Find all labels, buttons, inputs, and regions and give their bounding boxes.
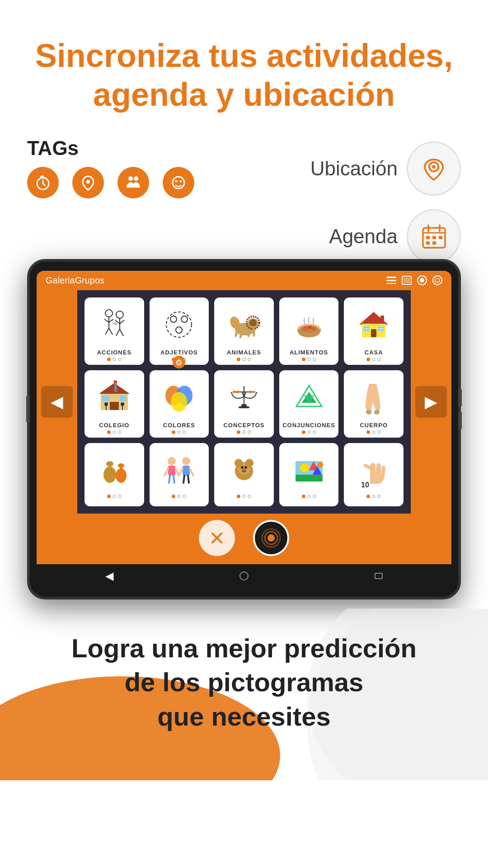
row3-5-dots (366, 495, 381, 498)
svg-point-99 (168, 457, 176, 465)
tablet-side-left (26, 396, 30, 423)
svg-point-114 (245, 459, 253, 467)
main-title: Sincroniza tus actividades, agenda y ubi… (27, 36, 461, 114)
svg-point-95 (106, 461, 113, 467)
acciones-dots (107, 358, 122, 361)
svg-point-116 (244, 466, 247, 469)
svg-rect-100 (168, 466, 175, 476)
pictogram-conceptos[interactable]: CONCEPTOS (214, 370, 274, 438)
pictogram-row3-2[interactable] (150, 443, 209, 506)
bottom-text: Logra una mejor predicción de los pictog… (0, 609, 488, 756)
colegio-dots (107, 430, 122, 434)
pictogram-colores[interactable]: COLORES (150, 370, 209, 438)
svg-point-120 (300, 463, 309, 472)
svg-rect-70 (103, 396, 109, 401)
conjunciones-label: CONJUNCIONES (282, 422, 335, 429)
timer-badge (173, 356, 185, 368)
svg-point-1 (432, 165, 436, 169)
adjetivos-image (152, 302, 206, 347)
svg-line-107 (179, 468, 183, 476)
acciones-label: ACCIONES (97, 349, 131, 356)
svg-rect-86 (239, 406, 249, 408)
svg-rect-20 (426, 241, 430, 245)
pictogram-casa[interactable]: CASA (344, 297, 404, 365)
pictogram-animales[interactable]: ANIMALES (214, 297, 274, 365)
acciones-image (87, 302, 141, 347)
svg-line-4 (41, 176, 43, 177)
adjetivos-label: ADJETIVOS (160, 349, 198, 356)
row3-3-dots (237, 495, 251, 498)
pictogram-conjunciones[interactable]: CONJUNCIONES (279, 370, 339, 438)
side-button-2 (458, 411, 462, 429)
close-button[interactable] (199, 520, 235, 556)
pictogram-alimentos[interactable]: ALIMENTOS (279, 297, 339, 365)
side-button-1 (458, 389, 462, 407)
alimentos-label: ALIMENTOS (290, 349, 328, 356)
svg-rect-72 (114, 384, 117, 392)
tags-icons (27, 167, 194, 198)
animales-image (217, 302, 271, 347)
row3-1-image (87, 448, 141, 493)
svg-point-105 (182, 457, 190, 465)
svg-point-98 (118, 463, 124, 468)
svg-rect-69 (110, 402, 119, 410)
row3-4-image (282, 448, 336, 493)
svg-rect-19 (439, 236, 442, 239)
recents-button[interactable] (375, 573, 383, 579)
tablet-wrapper: GaleriaGrupos (27, 259, 461, 599)
svg-line-41 (179, 363, 180, 363)
info-section: Ubicación TAGs (0, 132, 488, 259)
svg-point-9 (134, 176, 138, 181)
pictogram-acciones[interactable]: ACCIONES (84, 297, 144, 365)
pictogram-adjetivos[interactable]: ADJETIVOS (150, 297, 209, 365)
prev-arrow[interactable]: ◀ (41, 386, 73, 418)
svg-rect-18 (432, 236, 436, 239)
conceptos-dots (237, 430, 251, 434)
tablet-side-right (458, 389, 462, 429)
svg-point-82 (171, 392, 187, 412)
svg-point-78 (121, 402, 124, 406)
svg-line-25 (109, 319, 113, 322)
svg-rect-58 (380, 316, 384, 324)
next-arrow[interactable]: ▶ (415, 386, 447, 418)
sound-button[interactable] (253, 520, 289, 556)
tags-section: TAGs (27, 137, 194, 198)
pictogram-row3-3[interactable] (214, 443, 274, 506)
row3-2-dots (172, 495, 186, 498)
pictogram-row3-1[interactable] (84, 443, 144, 506)
row3-4-dots (302, 495, 316, 498)
alimentos-dots (302, 358, 316, 361)
svg-point-55 (308, 326, 312, 329)
pictogram-colegio[interactable]: COLEGIO (84, 370, 144, 438)
svg-line-49 (236, 330, 237, 336)
tablet-screen: GaleriaGrupos (37, 271, 451, 588)
pictogram-cuerpo[interactable]: CUERPO (344, 370, 404, 438)
svg-rect-17 (426, 236, 430, 239)
svg-line-6 (43, 184, 45, 186)
ubicacion-icon (407, 142, 461, 196)
svg-rect-71 (120, 396, 126, 401)
pictogram-row3-4[interactable] (279, 443, 339, 506)
svg-point-113 (235, 459, 243, 467)
casa-label: CASA (365, 349, 383, 356)
bottom-section: Logra una mejor predicción de los pictog… (0, 609, 488, 780)
pictogram-row3-5[interactable]: 10 (344, 443, 404, 506)
home-button[interactable] (239, 571, 249, 580)
agenda-label: Agenda (329, 225, 398, 248)
ubicacion-label: Ubicación (310, 157, 398, 180)
tablet-header-title: GaleriaGrupos (46, 275, 104, 286)
alimentos-image (282, 302, 336, 347)
svg-line-27 (109, 328, 113, 335)
bottom-line2: de los pictogramas (125, 667, 364, 697)
svg-line-109 (183, 476, 184, 483)
cuerpo-dots (366, 430, 381, 434)
conceptos-label: CONCEPTOS (223, 422, 264, 429)
colores-label: COLORES (163, 422, 195, 429)
back-button[interactable]: ◀ (105, 570, 113, 582)
svg-line-103 (169, 476, 170, 483)
row3-3-image (217, 448, 271, 493)
pictogram-grid: ACCIONES (84, 297, 404, 506)
svg-line-102 (175, 468, 179, 476)
svg-line-33 (120, 329, 123, 336)
svg-point-87 (233, 391, 235, 393)
